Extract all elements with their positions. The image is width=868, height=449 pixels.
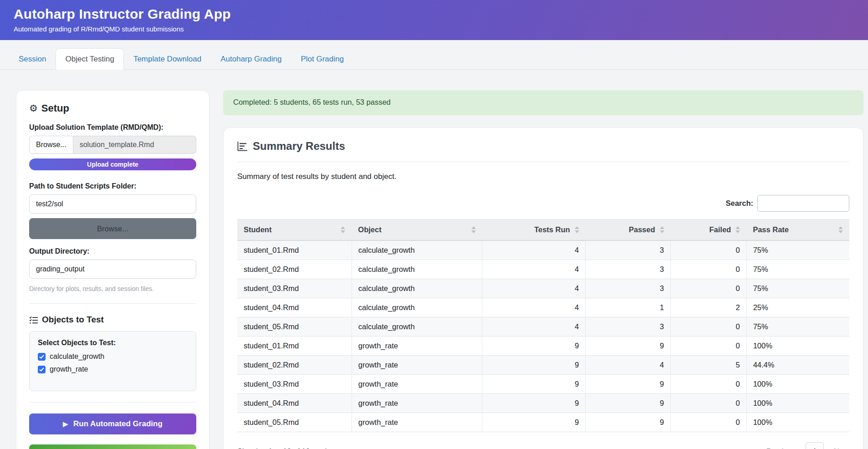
table-row: student_04.Rmdgrowth_rate990100% <box>237 394 849 413</box>
table-cell: 3 <box>586 260 671 279</box>
table-cell: 4 <box>482 317 586 337</box>
table-cell: 0 <box>671 260 747 279</box>
tab-object-testing[interactable]: Object Testing <box>56 48 123 70</box>
table-cell: 9 <box>586 337 671 356</box>
directory-browse-button[interactable]: Browse... <box>29 218 196 239</box>
table-row: student_03.Rmdgrowth_rate990100% <box>237 375 849 394</box>
table-row: student_02.Rmdgrowth_rate94544.4% <box>237 356 849 375</box>
table-cell: 9 <box>482 394 586 413</box>
setup-heading: ⚙ Setup <box>29 102 196 114</box>
column-header-passed[interactable]: Passed <box>586 219 671 241</box>
output-directory-input[interactable] <box>29 260 196 279</box>
card-divider <box>237 162 849 162</box>
table-cell: 100% <box>746 394 849 413</box>
summary-results-heading: Summary Results <box>237 140 849 153</box>
table-cell: 100% <box>746 413 849 432</box>
table-cell: 9 <box>586 413 671 432</box>
table-cell: calculate_growth <box>352 298 482 317</box>
page-title: Autoharp Instructor Grading App <box>14 6 868 22</box>
setup-panel: ⚙ Setup Upload Solution Template (RMD/QM… <box>16 90 209 449</box>
table-row: student_01.Rmdgrowth_rate990100% <box>237 337 849 356</box>
table-cell: 9 <box>586 375 671 394</box>
sort-icon[interactable] <box>471 226 476 233</box>
table-cell: student_04.Rmd <box>237 394 352 413</box>
sort-icon[interactable] <box>660 226 664 233</box>
table-cell: 0 <box>671 317 747 337</box>
table-cell: 44.4% <box>746 356 849 375</box>
table-cell: 75% <box>746 317 849 337</box>
objects-heading: Objects to Test <box>29 315 196 325</box>
table-cell: student_01.Rmd <box>237 240 352 260</box>
main-panel: Completed: 5 students, 65 tests run, 53 … <box>223 90 863 449</box>
upload-template-label: Upload Solution Template (RMD/QMD): <box>29 123 196 132</box>
table-cell: 9 <box>482 337 586 356</box>
column-header-pass-rate[interactable]: Pass Rate <box>746 219 849 241</box>
table-cell: student_02.Rmd <box>237 260 352 279</box>
page-subtitle: Automated grading of R/Rmd/QMD student s… <box>14 25 868 33</box>
table-cell: growth_rate <box>352 337 482 356</box>
table-row: student_01.Rmdcalculate_growth43075% <box>237 240 849 260</box>
table-cell: 2 <box>671 298 747 317</box>
table-cell: 0 <box>671 413 747 432</box>
tab-plot-grading[interactable]: Plot Grading <box>291 48 353 70</box>
scripts-path-label: Path to Student Scripts Folder: <box>29 182 196 190</box>
next-page-button[interactable]: Next <box>834 447 849 449</box>
sort-icon[interactable] <box>341 226 345 233</box>
table-cell: growth_rate <box>352 356 482 375</box>
tab-template-download[interactable]: Template Download <box>124 48 211 70</box>
checkbox-row-calculate-growth[interactable]: calculate_growth <box>38 352 188 361</box>
sort-icon[interactable] <box>838 226 843 233</box>
checkbox-checked-icon[interactable] <box>38 366 46 373</box>
column-header-student[interactable]: Student <box>237 219 352 241</box>
column-header-tests-run[interactable]: Tests Run <box>482 219 586 241</box>
file-upload-group: Browse... solution_template.Rmd <box>29 136 196 154</box>
search-input[interactable] <box>757 195 849 212</box>
table-cell: student_03.Rmd <box>237 375 352 394</box>
table-cell: student_05.Rmd <box>237 413 352 432</box>
objects-heading-label: Objects to Test <box>42 315 104 325</box>
table-cell: 3 <box>586 317 671 337</box>
pagination: Previous 1 Next <box>766 442 849 449</box>
sort-icon[interactable] <box>575 226 579 233</box>
play-icon: ▶ <box>63 420 68 428</box>
bar-chart-icon <box>237 142 248 151</box>
previous-page-button[interactable]: Previous <box>766 447 796 449</box>
table-cell: 0 <box>671 240 747 260</box>
table-cell: 9 <box>482 375 586 394</box>
table-cell: growth_rate <box>352 394 482 413</box>
list-check-icon <box>29 316 38 324</box>
table-cell: 100% <box>746 337 849 356</box>
app-header: Autoharp Instructor Grading App Automate… <box>0 0 868 40</box>
column-header-failed[interactable]: Failed <box>671 219 747 241</box>
table-info-text: Showing 1 to 10 of 10 entries <box>237 447 335 449</box>
table-cell: 9 <box>586 394 671 413</box>
table-cell: 75% <box>746 279 849 298</box>
current-page-button[interactable]: 1 <box>806 442 824 449</box>
run-grading-label: Run Automated Grading <box>73 419 163 429</box>
table-cell: 4 <box>482 240 586 260</box>
output-directory-label: Output Directory: <box>29 247 196 255</box>
table-cell: student_05.Rmd <box>237 317 352 337</box>
sort-icon[interactable] <box>735 226 740 233</box>
status-alert: Completed: 5 students, 65 tests run, 53 … <box>223 90 863 115</box>
checkbox-label: calculate_growth <box>50 352 104 361</box>
checkbox-checked-icon[interactable] <box>38 353 46 361</box>
tab-session[interactable]: Session <box>9 48 56 70</box>
gear-icon: ⚙ <box>29 103 38 114</box>
file-browse-button[interactable]: Browse... <box>29 136 73 154</box>
run-grading-button[interactable]: ▶ Run Automated Grading <box>29 413 196 434</box>
table-cell: 0 <box>671 394 747 413</box>
download-csv-button[interactable]: Download Results as CSV <box>29 444 196 449</box>
table-row: student_05.Rmdcalculate_growth43075% <box>237 317 849 337</box>
checkbox-row-growth-rate[interactable]: growth_rate <box>38 365 188 373</box>
table-cell: calculate_growth <box>352 317 482 337</box>
column-header-object[interactable]: Object <box>352 219 482 241</box>
scripts-path-input[interactable] <box>29 194 196 214</box>
table-cell: calculate_growth <box>352 240 482 260</box>
checkbox-label: growth_rate <box>50 365 88 373</box>
table-cell: student_04.Rmd <box>237 298 352 317</box>
results-description: Summary of test results by student and o… <box>237 172 849 181</box>
tab-autoharp-grading[interactable]: Autoharp Grading <box>211 48 291 70</box>
table-row: student_05.Rmdgrowth_rate990100% <box>237 413 849 432</box>
search-label: Search: <box>725 199 753 208</box>
